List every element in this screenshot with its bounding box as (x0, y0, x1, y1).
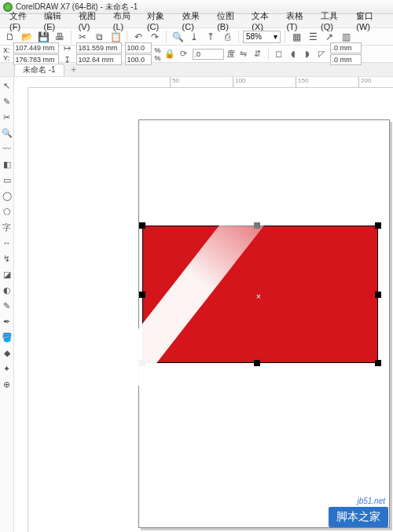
corner-icon[interactable]: ◻ (274, 49, 285, 60)
menu-tools[interactable]: 工具(Q) (316, 10, 351, 31)
lock-ratio-icon[interactable]: 🔒 (164, 49, 175, 60)
outline-icon[interactable]: ✒ (2, 316, 13, 327)
open-icon[interactable]: 📂 (20, 30, 34, 44)
chamfer-corner-icon[interactable]: ◸ (316, 49, 327, 60)
separator (238, 31, 239, 43)
cut-icon[interactable]: ✂ (75, 30, 90, 44)
dock-icon[interactable]: ▥ (339, 30, 353, 44)
parallel-dim-icon[interactable]: ↔ (2, 237, 13, 248)
menu-bar: 文件(F) 编辑(E) 视图(V) 布局(L) 对象(C) 效果(C) 位图(B… (0, 14, 393, 28)
new-doc-icon[interactable]: 🗋 (3, 30, 17, 44)
rotation-input[interactable]: .0 (193, 49, 224, 60)
transparency-icon[interactable]: ◐ (2, 284, 13, 295)
selection-handle[interactable] (375, 292, 381, 298)
menu-edit[interactable]: 编辑(E) (39, 10, 74, 31)
dropdown-icon: ▾ (274, 32, 277, 41)
color-eyedropper-icon[interactable]: ✎ (2, 300, 13, 311)
ruler-tick: 100 (233, 77, 245, 88)
zoom-value: 58% (246, 32, 262, 41)
crop-tool-icon[interactable]: ✂ (2, 112, 13, 123)
fill-icon[interactable]: 🪣 (2, 332, 13, 343)
freehand-tool-icon[interactable]: 〰 (2, 143, 13, 154)
selection-handle[interactable] (139, 360, 145, 366)
separator (268, 48, 269, 61)
smart-draw-icon[interactable]: ✦ (2, 363, 13, 374)
menu-view[interactable]: 视图(V) (74, 10, 108, 31)
selection-handle[interactable] (254, 360, 260, 366)
selection-handle[interactable] (375, 360, 381, 366)
drop-shadow-icon[interactable]: ◪ (2, 269, 13, 280)
pick-tool-icon[interactable]: ↖ (2, 80, 13, 91)
export-icon[interactable]: ⤒ (204, 30, 218, 44)
position-labels: X: Y: (3, 46, 10, 62)
rotate-icon: ⟳ (178, 49, 189, 60)
corner-radius-2-input[interactable]: .0 mm (330, 54, 362, 65)
ruler-tick: 150 (296, 77, 308, 88)
mirror-h-icon[interactable]: ⇋ (238, 49, 249, 60)
menu-table[interactable]: 表格(T) (281, 10, 316, 31)
separator (127, 31, 127, 43)
menu-bitmap[interactable]: 位图(B) (212, 10, 247, 31)
width-input[interactable]: 181.559 mm (76, 42, 122, 53)
toolbox: ↖ ✎ ✂ 🔍 〰 ◧ ▭ ◯ ⬠ 字 ↔ ↯ ◪ ◐ ✎ ✒ 🪣 ◆ ✦ ⊕ (0, 77, 14, 532)
workspace: ↖ ✎ ✂ 🔍 〰 ◧ ▭ ◯ ⬠ 字 ↔ ↯ ◪ ◐ ✎ ✒ 🪣 ◆ ✦ ⊕ … (0, 77, 393, 532)
property-bar: X: Y: 107.449 mm 176.783 mm ↦ ↧ 181.559 … (0, 46, 393, 63)
selection-center-icon: × (256, 292, 261, 301)
add-tab-button[interactable]: + (68, 64, 80, 75)
print-icon[interactable]: 🖶 (53, 30, 67, 44)
y-label: Y: (3, 54, 10, 62)
ruler-vertical (14, 88, 28, 532)
round-corner-icon[interactable]: ◖ (288, 49, 299, 60)
smart-fill-icon[interactable]: ◧ (2, 159, 13, 170)
redo-icon[interactable]: ↷ (148, 30, 162, 44)
rectangle-tool-icon[interactable]: ▭ (2, 174, 13, 185)
mirror-v-icon[interactable]: ⇵ (252, 49, 263, 60)
snap-icon[interactable]: ▦ (289, 30, 303, 44)
scale-y-input[interactable]: 100.0 (125, 54, 152, 65)
undo-icon[interactable]: ↶ (131, 30, 145, 44)
ellipse-tool-icon[interactable]: ◯ (2, 190, 13, 201)
options-icon[interactable]: ☰ (306, 30, 320, 44)
publish-icon[interactable]: ⎙ (220, 30, 234, 44)
menu-text[interactable]: 文本(X) (247, 10, 281, 31)
degree-label: 度 (227, 49, 235, 60)
ruler-tick: 50 (170, 77, 179, 88)
ruler-horizontal: 50 100 150 200 (28, 77, 393, 88)
interactive-fill-icon[interactable]: ◆ (2, 347, 13, 358)
height-input[interactable]: 102.64 mm (76, 54, 122, 65)
connector-icon[interactable]: ↯ (2, 253, 13, 264)
width-icon: ↦ (62, 42, 73, 53)
menu-file[interactable]: 文件(F) (5, 10, 39, 31)
selection-handle[interactable] (254, 222, 260, 229)
import-icon[interactable]: ⤓ (187, 30, 201, 44)
copy-icon[interactable]: ⧉ (92, 30, 106, 44)
canvas[interactable]: × (28, 88, 393, 532)
ruler-tick: 200 (358, 77, 371, 88)
selection-handle[interactable] (375, 222, 381, 229)
scallop-corner-icon[interactable]: ◗ (302, 49, 313, 60)
menu-layout[interactable]: 布局(L) (108, 10, 142, 31)
x-position-input[interactable]: 107.449 mm (13, 42, 59, 53)
scale-x-input[interactable]: 100.0 (125, 42, 152, 53)
save-icon[interactable]: 💾 (36, 30, 50, 44)
launch-icon[interactable]: ↗ (322, 30, 336, 44)
watermark-url: jb51.net (357, 497, 385, 505)
paste-icon[interactable]: 📋 (108, 30, 123, 44)
menu-effects[interactable]: 效果(C) (178, 10, 213, 31)
menu-object[interactable]: 对象(C) (142, 10, 178, 31)
menu-window[interactable]: 窗口(W) (351, 10, 388, 31)
document-tab[interactable]: 未命名 -1 (14, 64, 64, 76)
watermark-badge: 脚本之家 (329, 507, 388, 527)
selection-handle[interactable] (139, 292, 145, 298)
polygon-tool-icon[interactable]: ⬠ (2, 206, 13, 217)
text-tool-icon[interactable]: 字 (2, 222, 13, 233)
shape-tool-icon[interactable]: ✎ (2, 96, 13, 107)
selection-handle[interactable] (139, 222, 145, 229)
expand-icon[interactable]: ⊕ (2, 379, 13, 390)
x-label: X: (3, 46, 10, 54)
separator (166, 31, 167, 43)
search-icon[interactable]: 🔍 (171, 30, 185, 44)
corner-radius-1-input[interactable]: .0 mm (330, 42, 362, 53)
zoom-level-input[interactable]: 58%▾ (243, 31, 281, 43)
zoom-tool-icon[interactable]: 🔍 (2, 127, 13, 138)
